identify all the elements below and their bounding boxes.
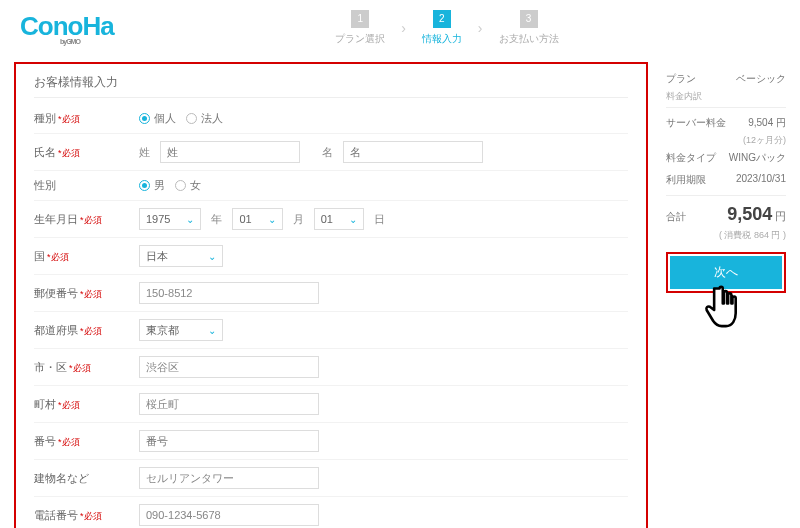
server-fee-note: (12ヶ月分) bbox=[666, 134, 786, 147]
number-input[interactable] bbox=[139, 430, 319, 452]
server-fee-label: サーバー料金 bbox=[666, 116, 726, 130]
plan-value: ベーシック bbox=[736, 72, 786, 86]
logo-text: ConoHa bbox=[20, 11, 114, 41]
required-marker: *必須 bbox=[80, 326, 102, 336]
gender-radio-male[interactable]: 男 bbox=[139, 178, 165, 193]
breakdown-label: 料金内訳 bbox=[666, 90, 786, 103]
chevron-right-icon: › bbox=[401, 20, 406, 36]
chevron-down-icon: ⌄ bbox=[268, 214, 276, 225]
building-input[interactable] bbox=[139, 467, 319, 489]
birth-month-select[interactable]: 01⌄ bbox=[232, 208, 282, 230]
country-label: 国 bbox=[34, 250, 45, 262]
city-input[interactable] bbox=[139, 356, 319, 378]
server-fee-value: 9,504 円 bbox=[748, 116, 786, 130]
summary-panel: プランベーシック 料金内訳 サーバー料金9,504 円 (12ヶ月分) 料金タイ… bbox=[666, 62, 786, 528]
customer-info-form: お客様情報入力 種別*必須 個人 法人 氏名*必須 姓 名 性別 男 女 bbox=[14, 62, 648, 528]
required-marker: *必須 bbox=[80, 511, 102, 521]
total-value: 9,504 bbox=[727, 204, 772, 224]
fee-type-label: 料金タイプ bbox=[666, 151, 716, 165]
radio-icon bbox=[139, 113, 150, 124]
form-title: お客様情報入力 bbox=[34, 74, 628, 98]
required-marker: *必須 bbox=[58, 437, 80, 447]
required-marker: *必須 bbox=[58, 400, 80, 410]
postal-label: 郵便番号 bbox=[34, 287, 78, 299]
pref-label: 都道府県 bbox=[34, 324, 78, 336]
logo: ConoHa byGMO bbox=[20, 11, 114, 45]
month-unit: 月 bbox=[293, 212, 304, 227]
step-num: 3 bbox=[520, 10, 538, 28]
name-label: 氏名 bbox=[34, 146, 56, 158]
required-marker: *必須 bbox=[80, 215, 102, 225]
phone-input[interactable] bbox=[139, 504, 319, 526]
gender-radio-female[interactable]: 女 bbox=[175, 178, 201, 193]
chevron-down-icon: ⌄ bbox=[349, 214, 357, 225]
step-label: プラン選択 bbox=[335, 32, 385, 46]
total-unit: 円 bbox=[775, 210, 786, 222]
next-button-frame: 次へ bbox=[666, 252, 786, 293]
period-label: 利用期限 bbox=[666, 173, 706, 187]
type-radio-corporate[interactable]: 法人 bbox=[186, 111, 223, 126]
required-marker: *必須 bbox=[80, 289, 102, 299]
country-select[interactable]: 日本⌄ bbox=[139, 245, 223, 267]
radio-icon bbox=[186, 113, 197, 124]
town-label: 町村 bbox=[34, 398, 56, 410]
birth-label: 生年月日 bbox=[34, 213, 78, 225]
stepper: 1 プラン選択 › 2 情報入力 › 3 お支払い方法 bbox=[335, 10, 558, 46]
required-marker: *必須 bbox=[47, 252, 69, 262]
radio-icon bbox=[139, 180, 150, 191]
building-label: 建物名など bbox=[34, 472, 89, 484]
chevron-down-icon: ⌄ bbox=[208, 251, 216, 262]
header: ConoHa byGMO 1 プラン選択 › 2 情報入力 › 3 お支払い方法 bbox=[0, 0, 800, 62]
plan-label: プラン bbox=[666, 72, 696, 86]
type-radio-individual[interactable]: 個人 bbox=[139, 111, 176, 126]
required-marker: *必須 bbox=[58, 114, 80, 124]
step-plan: 1 プラン選択 bbox=[335, 10, 385, 46]
required-marker: *必須 bbox=[69, 363, 91, 373]
phone-label: 電話番号 bbox=[34, 509, 78, 521]
mei-label: 名 bbox=[322, 145, 333, 160]
postal-input[interactable] bbox=[139, 282, 319, 304]
step-num: 2 bbox=[433, 10, 451, 28]
chevron-right-icon: › bbox=[478, 20, 483, 36]
number-label: 番号 bbox=[34, 435, 56, 447]
tax-note: ( 消費税 864 円 ) bbox=[666, 229, 786, 242]
gender-label: 性別 bbox=[34, 179, 56, 191]
radio-icon bbox=[175, 180, 186, 191]
chevron-down-icon: ⌄ bbox=[208, 325, 216, 336]
birth-day-select[interactable]: 01⌄ bbox=[314, 208, 364, 230]
town-input[interactable] bbox=[139, 393, 319, 415]
step-info: 2 情報入力 bbox=[422, 10, 462, 46]
step-num: 1 bbox=[351, 10, 369, 28]
step-label: お支払い方法 bbox=[499, 32, 559, 46]
lastname-input[interactable] bbox=[160, 141, 300, 163]
day-unit: 日 bbox=[374, 212, 385, 227]
birth-year-select[interactable]: 1975⌄ bbox=[139, 208, 201, 230]
fee-type-value: WINGパック bbox=[729, 151, 786, 165]
sei-label: 姓 bbox=[139, 145, 150, 160]
city-label: 市・区 bbox=[34, 361, 67, 373]
type-label: 種別 bbox=[34, 112, 56, 124]
chevron-down-icon: ⌄ bbox=[186, 214, 194, 225]
year-unit: 年 bbox=[211, 212, 222, 227]
required-marker: *必須 bbox=[58, 148, 80, 158]
total-label: 合計 bbox=[666, 210, 686, 224]
period-value: 2023/10/31 bbox=[736, 173, 786, 187]
step-payment: 3 お支払い方法 bbox=[499, 10, 559, 46]
prefecture-select[interactable]: 東京都⌄ bbox=[139, 319, 223, 341]
step-label: 情報入力 bbox=[422, 32, 462, 46]
firstname-input[interactable] bbox=[343, 141, 483, 163]
next-button[interactable]: 次へ bbox=[670, 256, 782, 289]
